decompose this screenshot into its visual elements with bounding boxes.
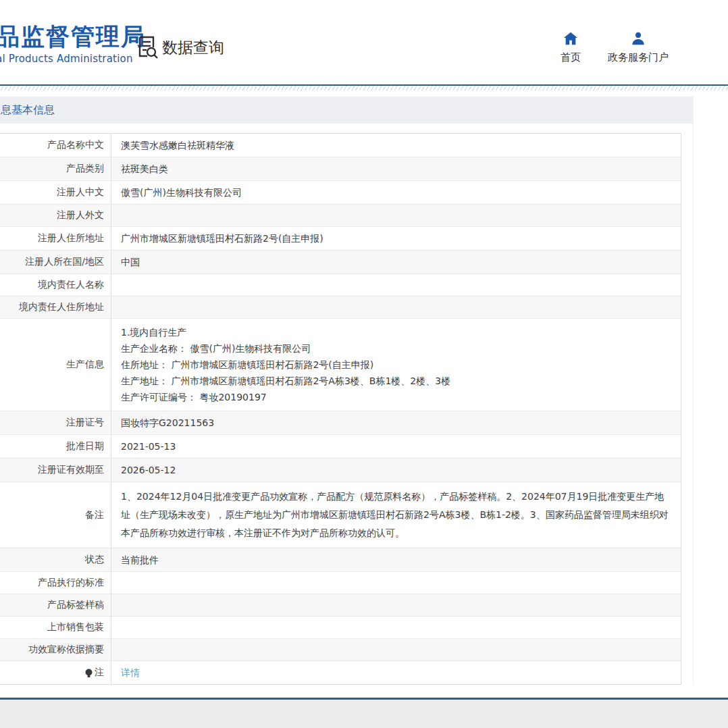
bulb-icon — [85, 669, 93, 678]
row-label: 上市销售包装 — [0, 617, 111, 638]
row-value: 2021-05-13 — [111, 435, 681, 458]
row-value: 傲雪(广州)生物科技有限公司 — [111, 181, 681, 204]
table-row: 状态当前批件 — [0, 548, 681, 572]
info-table: 产品名称中文澳芙雪水感嫩白祛斑精华液产品类别祛斑美白类注册人中文傲雪(广州)生物… — [0, 133, 681, 685]
row-label: 生产信息 — [0, 319, 111, 411]
page: 品监督管理局 al Products Administration 数据查询 — [0, 0, 728, 728]
row-label: 注册人住所地址 — [0, 227, 111, 250]
row-value: 澳芙雪水感嫩白祛斑精华液 — [111, 134, 681, 157]
row-value: 2026-05-12 — [111, 459, 681, 482]
table-row: 批准日期2021-05-13 — [0, 435, 681, 459]
row-label: 产品标签样稿 — [0, 594, 111, 616]
data-query-heading: 数据查询 — [138, 36, 224, 59]
row-label: 状态 — [0, 548, 111, 571]
row-value — [111, 572, 681, 594]
nav-home-label: 首页 — [552, 51, 590, 64]
user-icon — [631, 31, 646, 46]
row-label: 注册人所在国/地区 — [0, 251, 111, 274]
row-label: 注册证号 — [0, 411, 111, 434]
row-value: 国妆特字G20211563 — [111, 411, 681, 434]
panel-title: 息基本信息 — [0, 97, 693, 124]
table-row: 注册人所在国/地区中国 — [0, 251, 681, 274]
row-label: 产品类别 — [0, 157, 111, 180]
row-value — [111, 274, 681, 296]
table-row: 注册人住所地址广州市增城区新塘镇瑶田村石新路2号(自主申报) — [0, 227, 681, 251]
table-row: 产品类别祛斑美白类 — [0, 157, 681, 181]
row-value: 祛斑美白类 — [111, 157, 681, 180]
row-value — [111, 296, 681, 318]
header-hatch-band — [0, 86, 728, 90]
value-line: 生产地址： 广州市增城区新塘镇瑶田村石新路2号A栋3楼、B栋1楼、2楼、3楼 — [121, 373, 671, 389]
table-row: 功效宣称依据摘要 — [0, 639, 681, 661]
data-query-title: 数据查询 — [162, 37, 224, 58]
value-line: 生产许可证编号： 粤妆20190197 — [121, 389, 671, 405]
value-line: 1.境内自行生产 — [121, 324, 671, 340]
table-row: 注册证有效期至2026-05-12 — [0, 459, 681, 482]
logo-english-text: al Products Administration — [0, 51, 146, 66]
table-row: 备注1、2024年12月04日批准变更产品功效宣称，产品配方（规范原料名称），产… — [0, 482, 681, 548]
home-icon — [563, 31, 578, 46]
nav-home[interactable]: 首页 — [552, 31, 590, 64]
row-value: 1.境内自行生产生产企业名称： 傲雪(广州)生物科技有限公司住所地址： 广州市增… — [111, 319, 681, 411]
row-value: 1、2024年12月04日批准变更产品功效宣称，产品配方（规范原料名称），产品标… — [111, 482, 681, 548]
row-label: 备注 — [0, 482, 111, 548]
row-value — [111, 617, 681, 638]
table-row: 上市销售包装 — [0, 617, 681, 639]
site-logo: 品监督管理局 al Products Administration — [0, 23, 146, 66]
row-value: 当前批件 — [111, 548, 681, 571]
row-label: 境内责任人住所地址 — [0, 296, 111, 318]
row-label: 产品名称中文 — [0, 134, 111, 157]
value-line: 住所地址： 广州市增城区新塘镇瑶田村石新路2号(自主申报) — [121, 357, 671, 373]
logo-chinese-text: 品监督管理局 — [0, 23, 146, 50]
row-label: 注 — [0, 661, 111, 684]
table-row: 产品名称中文澳芙雪水感嫩白祛斑精华液 — [0, 134, 681, 157]
table-row: 产品执行的标准 — [0, 572, 681, 594]
row-value: 详情 — [111, 661, 681, 684]
row-value: 中国 — [111, 251, 681, 274]
nav-portal[interactable]: 政务服务门户 — [603, 31, 673, 64]
doc-search-icon — [138, 36, 158, 59]
table-row: 境内责任人名称 — [0, 274, 681, 296]
row-value: 广州市增城区新塘镇瑶田村石新路2号(自主申报) — [111, 227, 681, 250]
table-row: 注册证号国妆特字G20211563 — [0, 411, 681, 435]
row-label: 注册人中文 — [0, 181, 111, 204]
row-value — [111, 639, 681, 660]
row-label: 产品执行的标准 — [0, 572, 111, 594]
site-header: 品监督管理局 al Products Administration 数据查询 — [0, 0, 728, 84]
table-row: 产品标签样稿 — [0, 594, 681, 617]
value-line: 生产企业名称： 傲雪(广州)生物科技有限公司 — [121, 340, 671, 357]
detail-card: 息基本信息 产品名称中文澳芙雪水感嫩白祛斑精华液产品类别祛斑美白类注册人中文傲雪… — [0, 97, 694, 685]
table-row: 生产信息1.境内自行生产生产企业名称： 傲雪(广州)生物科技有限公司住所地址： … — [0, 319, 681, 411]
row-value — [111, 594, 681, 616]
nav-portal-label: 政务服务门户 — [603, 51, 673, 64]
row-label: 批准日期 — [0, 435, 111, 458]
footer-band — [0, 700, 728, 728]
table-row: 境内责任人住所地址 — [0, 296, 681, 319]
table-row: 注册人外文 — [0, 205, 681, 227]
row-label: 功效宣称依据摘要 — [0, 639, 111, 660]
row-label: 注册证有效期至 — [0, 459, 111, 482]
detail-link[interactable]: 详情 — [121, 665, 140, 681]
row-label: 境内责任人名称 — [0, 274, 111, 296]
row-value — [111, 205, 681, 226]
row-label: 注册人外文 — [0, 205, 111, 226]
table-row: 注详情 — [0, 661, 681, 684]
table-row: 注册人中文傲雪(广州)生物科技有限公司 — [0, 181, 681, 205]
